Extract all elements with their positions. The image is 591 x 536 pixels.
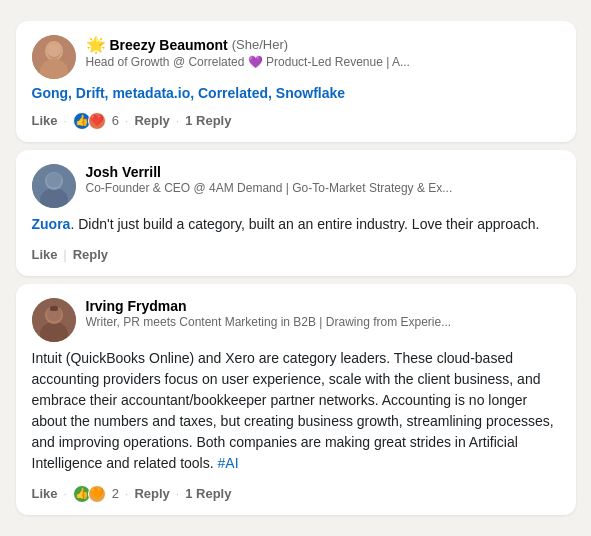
divider-josh: | xyxy=(64,248,67,262)
svg-rect-13 xyxy=(50,306,58,311)
divider-irving: · xyxy=(64,487,67,501)
actions-irving: Like · 👍 🧡 2 · Reply · 1 Reply xyxy=(32,484,560,503)
replies-button-irving[interactable]: 1 Reply xyxy=(185,484,231,503)
comment-text-josh: Zuora. Didn't just build a category, bui… xyxy=(32,214,560,235)
comment-header: 🌟 Breezy Beaumont (She/Her) Head of Grow… xyxy=(32,35,560,79)
link-metadata[interactable]: metadata.io xyxy=(112,85,190,101)
user-info-breezy: 🌟 Breezy Beaumont (She/Her) Head of Grow… xyxy=(86,35,560,69)
zuora-link[interactable]: Zuora xyxy=(32,216,71,232)
comment-body-josh: . Didn't just build a category, built an… xyxy=(70,216,539,232)
divider3: · xyxy=(176,114,179,128)
like-button-breezy[interactable]: Like xyxy=(32,111,58,130)
divider3-irving: · xyxy=(176,487,179,501)
reaction-icons-breezy: 👍 ❤️ xyxy=(73,112,106,130)
heart-icon: ❤️ xyxy=(88,112,106,130)
comment-card-breezy: 🌟 Breezy Beaumont (She/Her) Head of Grow… xyxy=(16,21,576,142)
comment-body-irving: Intuit (QuickBooks Online) and Xero are … xyxy=(32,350,554,471)
user-pronoun-breezy: (She/Her) xyxy=(232,37,288,52)
reply-button-irving[interactable]: Reply xyxy=(134,484,169,503)
comment-header-josh: Josh Verrill Co-Founder & CEO @ 4AM Dema… xyxy=(32,164,560,208)
divider: · xyxy=(64,114,67,128)
comment-header-irving: Irving Frydman Writer, PR meets Content … xyxy=(32,298,560,342)
avatar-josh xyxy=(32,164,76,208)
reaction-count-breezy: 6 xyxy=(112,113,119,128)
user-name-line-josh: Josh Verrill xyxy=(86,164,560,180)
orange-icon: 🧡 xyxy=(88,485,106,503)
user-name-irving: Irving Frydman xyxy=(86,298,187,314)
reaction-icons-irving: 👍 🧡 xyxy=(73,485,106,503)
user-name-breezy: Breezy Beaumont xyxy=(110,37,228,53)
link-snowflake[interactable]: Snowflake xyxy=(276,85,345,101)
user-title-irving: Writer, PR meets Content Marketing in B2… xyxy=(86,315,526,329)
reply-button-josh[interactable]: Reply xyxy=(73,245,108,264)
reaction-count-irving: 2 xyxy=(112,486,119,501)
like-button-josh[interactable]: Like xyxy=(32,245,58,264)
comment-links-breezy: Gong, Drift, metadata.io, Correlated, Sn… xyxy=(32,85,560,101)
actions-breezy: Like · 👍 ❤️ 6 · Reply · 1 Reply xyxy=(32,111,560,130)
feed-container: 🌟 Breezy Beaumont (She/Her) Head of Grow… xyxy=(16,11,576,525)
svg-point-8 xyxy=(46,173,61,188)
replies-button-breezy[interactable]: 1 Reply xyxy=(185,111,231,130)
comment-text-irving: Intuit (QuickBooks Online) and Xero are … xyxy=(32,348,560,474)
hashtag-ai[interactable]: #AI xyxy=(218,455,239,471)
svg-point-4 xyxy=(47,43,61,57)
user-name-josh: Josh Verrill xyxy=(86,164,161,180)
comment-card-irving: Irving Frydman Writer, PR meets Content … xyxy=(16,284,576,515)
divider2: · xyxy=(125,114,128,128)
divider2-irving: · xyxy=(125,487,128,501)
user-info-josh: Josh Verrill Co-Founder & CEO @ 4AM Dema… xyxy=(86,164,560,195)
reply-button-breezy[interactable]: Reply xyxy=(134,111,169,130)
link-gong[interactable]: Gong xyxy=(32,85,69,101)
user-title-josh: Co-Founder & CEO @ 4AM Demand | Go-To-Ma… xyxy=(86,181,526,195)
link-correlated[interactable]: Correlated xyxy=(198,85,268,101)
user-name-line-irving: Irving Frydman xyxy=(86,298,560,314)
user-title-breezy: Head of Growth @ Correlated 💜 Product-Le… xyxy=(86,55,526,69)
actions-josh: Like | Reply xyxy=(32,245,560,264)
like-button-irving[interactable]: Like xyxy=(32,484,58,503)
user-info-irving: Irving Frydman Writer, PR meets Content … xyxy=(86,298,560,329)
avatar-irving xyxy=(32,298,76,342)
avatar-breezy xyxy=(32,35,76,79)
comment-card-josh: Josh Verrill Co-Founder & CEO @ 4AM Dema… xyxy=(16,150,576,276)
link-drift[interactable]: Drift xyxy=(76,85,105,101)
star-icon: 🌟 xyxy=(86,35,106,54)
user-name-line: 🌟 Breezy Beaumont (She/Her) xyxy=(86,35,560,54)
